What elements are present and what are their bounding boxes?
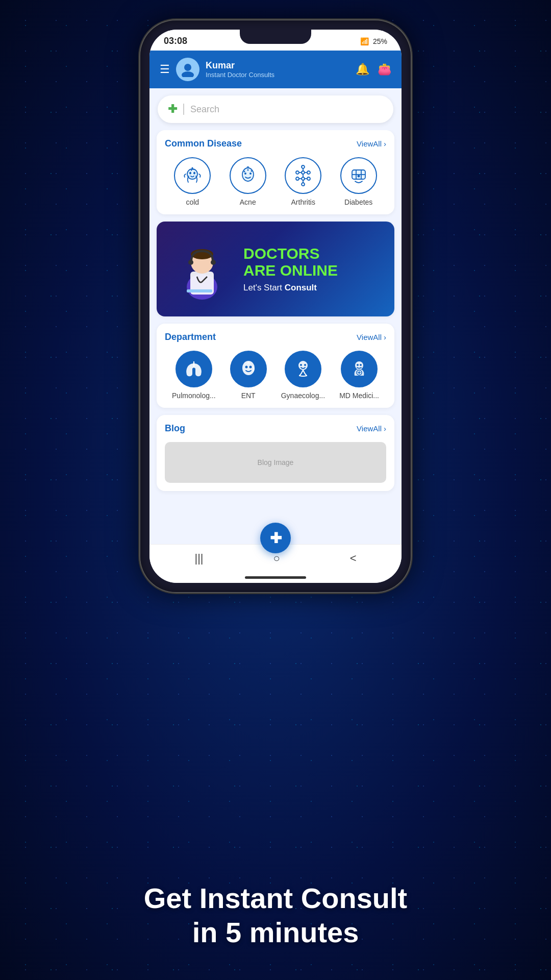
banner-inner: DOCTORS ARE ONLINE Let's Start Consult: [157, 222, 394, 316]
acne-icon-circle: [230, 157, 266, 194]
disease-item-diabetes[interactable]: Diabetes: [340, 157, 377, 206]
svg-point-3: [189, 172, 191, 175]
search-input[interactable]: Search: [190, 104, 219, 115]
blog-header: Blog ViewAll ›: [165, 423, 386, 434]
header-text: Kumar Instant Doctor Consults: [206, 60, 349, 79]
header-name: Kumar: [206, 60, 349, 71]
disease-items-grid: cold: [165, 157, 386, 206]
blog-viewall[interactable]: ViewAll ›: [357, 424, 386, 433]
avatar[interactable]: [176, 58, 199, 81]
nav-back-icon[interactable]: <: [350, 552, 357, 565]
svg-point-9: [243, 171, 245, 173]
dept-item-md-medicine[interactable]: MD Medici...: [339, 351, 379, 400]
pulmonology-label: Pulmonolog...: [172, 391, 216, 400]
svg-point-45: [360, 364, 362, 366]
diabetes-icon-circle: [340, 157, 377, 194]
svg-point-5: [192, 167, 193, 169]
fab-button[interactable]: ✚: [260, 523, 291, 553]
search-bar[interactable]: ✚ Search: [158, 95, 393, 123]
phone-frame: 03:08 📶 25% ☰ Kumar Instant Doctor C: [140, 20, 411, 592]
common-disease-viewall[interactable]: ViewAll ›: [357, 139, 386, 148]
ent-label: ENT: [241, 391, 256, 400]
svg-point-16: [302, 171, 305, 174]
department-viewall[interactable]: ViewAll ›: [357, 333, 386, 341]
svg-point-18: [302, 183, 305, 186]
svg-point-10: [251, 170, 252, 172]
svg-point-42: [304, 364, 306, 366]
banner-subtitle: Let's Start Consult: [243, 283, 382, 293]
svg-point-2: [187, 169, 197, 179]
banner-title: DOCTORS ARE ONLINE: [243, 245, 382, 279]
status-time: 03:08: [164, 36, 187, 46]
cold-label: cold: [186, 198, 199, 206]
hamburger-icon[interactable]: ☰: [160, 63, 170, 76]
phone-screen: 03:08 📶 25% ☰ Kumar Instant Doctor C: [149, 30, 402, 583]
banner-text-area: DOCTORS ARE ONLINE Let's Start Consult: [235, 245, 382, 293]
svg-point-38: [245, 366, 247, 369]
home-indicator: [149, 572, 402, 583]
svg-point-1: [182, 71, 194, 77]
status-icons: 📶 25%: [360, 37, 387, 45]
md-medicine-icon-circle: [341, 351, 378, 387]
department-items-grid: Pulmonolog...: [165, 351, 386, 400]
blog-section: Blog ViewAll › Blog Image: [157, 415, 394, 491]
svg-point-7: [244, 173, 246, 175]
header-actions: 🔔 👛: [356, 63, 391, 76]
medical-cross-icon: ✚: [168, 103, 177, 116]
svg-point-33: [188, 260, 193, 265]
blog-title: Blog: [165, 423, 185, 434]
diabetes-label: Diabetes: [344, 198, 372, 206]
content-scroll: Common Disease ViewAll ›: [149, 130, 402, 544]
tagline-text: Get Instant Consult in 5 minutes: [41, 881, 510, 949]
svg-point-11: [247, 169, 248, 171]
svg-point-34: [211, 260, 216, 265]
svg-point-4: [193, 172, 195, 175]
arthritis-icon-circle: [285, 157, 321, 194]
department-section: Department ViewAll ›: [157, 324, 394, 408]
md-medicine-label: MD Medici...: [339, 391, 379, 400]
doctor-figure: [169, 236, 235, 302]
disease-item-cold[interactable]: cold: [174, 157, 211, 206]
svg-point-22: [307, 177, 310, 180]
nav-home-icon[interactable]: ○: [273, 552, 280, 565]
chevron-right-icon: ›: [384, 139, 386, 148]
chevron-right-icon-blog: ›: [384, 424, 386, 433]
svg-point-27: [357, 175, 360, 178]
svg-point-41: [300, 364, 302, 366]
notch: [240, 30, 311, 44]
tagline: Get Instant Consult in 5 minutes: [0, 881, 551, 949]
bell-icon[interactable]: 🔔: [356, 63, 369, 76]
ent-icon-circle: [230, 351, 267, 387]
pulmonology-icon-circle: [176, 351, 212, 387]
arthritis-label: Arthritis: [291, 198, 315, 206]
dept-item-gynaecology[interactable]: Gynaecolog...: [281, 351, 325, 400]
svg-point-17: [302, 177, 305, 180]
common-disease-section: Common Disease ViewAll ›: [157, 130, 394, 214]
gynaecology-label: Gynaecolog...: [281, 391, 325, 400]
header: ☰ Kumar Instant Doctor Consults 🔔 👛: [149, 51, 402, 88]
fab-icon: ✚: [270, 530, 282, 547]
nav-items-icon[interactable]: |||: [194, 552, 203, 565]
disease-item-acne[interactable]: Acne: [230, 157, 266, 206]
svg-point-0: [184, 64, 191, 71]
svg-point-21: [296, 177, 299, 180]
wallet-icon[interactable]: 👛: [378, 63, 391, 76]
svg-point-20: [307, 171, 310, 174]
battery-text: 25%: [373, 37, 387, 45]
svg-rect-35: [187, 289, 212, 292]
disease-item-arthritis[interactable]: Arthritis: [285, 157, 321, 206]
signal-icon: 📶: [360, 37, 369, 45]
dept-item-ent[interactable]: ENT: [230, 351, 267, 400]
department-header: Department ViewAll ›: [165, 332, 386, 342]
acne-label: Acne: [240, 198, 256, 206]
dept-item-pulmonology[interactable]: Pulmonolog...: [172, 351, 216, 400]
svg-point-39: [249, 366, 252, 369]
doctors-online-banner[interactable]: DOCTORS ARE ONLINE Let's Start Consult: [157, 222, 394, 316]
phone-wrapper: 03:08 📶 25% ☰ Kumar Instant Doctor C: [140, 20, 411, 592]
svg-point-8: [249, 173, 252, 175]
svg-point-15: [302, 165, 305, 168]
svg-point-44: [357, 364, 359, 366]
chevron-right-icon-dept: ›: [384, 333, 386, 341]
home-bar: [245, 576, 306, 579]
department-title: Department: [165, 332, 216, 342]
